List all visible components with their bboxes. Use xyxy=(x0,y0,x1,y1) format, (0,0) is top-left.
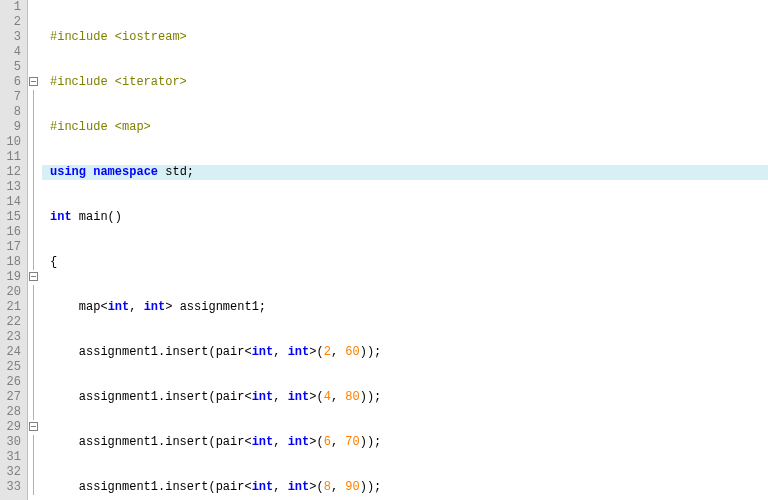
line-number: 17 xyxy=(4,240,21,255)
line-number: 27 xyxy=(4,390,21,405)
code-area[interactable]: #include <iostream> #include <iterator> … xyxy=(42,0,768,500)
line-number-gutter: 1 2 3 4 5 6 7 8 9 10 11 12 13 14 15 16 1… xyxy=(0,0,28,500)
line-number: 2 xyxy=(4,15,21,30)
fold-toggle-icon[interactable] xyxy=(29,272,38,281)
code-line: #include <map> xyxy=(50,120,768,135)
line-number: 16 xyxy=(4,225,21,240)
fold-gutter xyxy=(28,0,42,500)
line-number: 3 xyxy=(4,30,21,45)
line-number: 4 xyxy=(4,45,21,60)
line-number: 30 xyxy=(4,435,21,450)
line-number: 11 xyxy=(4,150,21,165)
line-number: 25 xyxy=(4,360,21,375)
line-number: 6 xyxy=(4,75,21,90)
code-line: #include <iostream> xyxy=(50,30,768,45)
fold-toggle-icon[interactable] xyxy=(29,77,38,86)
code-line: assignment1.insert(pair<int, int>(6, 70)… xyxy=(50,435,768,450)
fold-toggle-icon[interactable] xyxy=(29,422,38,431)
code-line: map<int, int> assignment1; xyxy=(50,300,768,315)
line-number: 32 xyxy=(4,465,21,480)
code-line: #include <iterator> xyxy=(50,75,768,90)
line-number: 12 xyxy=(4,165,21,180)
code-editor: 1 2 3 4 5 6 7 8 9 10 11 12 13 14 15 16 1… xyxy=(0,0,768,500)
line-number: 14 xyxy=(4,195,21,210)
code-line-highlighted: using namespace std; xyxy=(42,165,768,180)
code-line: { xyxy=(50,255,768,270)
code-line: int main() xyxy=(50,210,768,225)
line-number: 23 xyxy=(4,330,21,345)
line-number: 26 xyxy=(4,375,21,390)
code-line: assignment1.insert(pair<int, int>(4, 80)… xyxy=(50,390,768,405)
line-number: 19 xyxy=(4,270,21,285)
line-number: 10 xyxy=(4,135,21,150)
line-number: 9 xyxy=(4,120,21,135)
line-number: 24 xyxy=(4,345,21,360)
line-number: 29 xyxy=(4,420,21,435)
line-number: 33 xyxy=(4,480,21,495)
line-number: 18 xyxy=(4,255,21,270)
line-number: 15 xyxy=(4,210,21,225)
line-number: 21 xyxy=(4,300,21,315)
code-line: assignment1.insert(pair<int, int>(8, 90)… xyxy=(50,480,768,495)
line-number: 22 xyxy=(4,315,21,330)
line-number: 31 xyxy=(4,450,21,465)
line-number: 28 xyxy=(4,405,21,420)
line-number: 8 xyxy=(4,105,21,120)
line-number: 7 xyxy=(4,90,21,105)
line-number: 5 xyxy=(4,60,21,75)
line-number: 20 xyxy=(4,285,21,300)
code-line: assignment1.insert(pair<int, int>(2, 60)… xyxy=(50,345,768,360)
line-number: 13 xyxy=(4,180,21,195)
line-number: 1 xyxy=(4,0,21,15)
